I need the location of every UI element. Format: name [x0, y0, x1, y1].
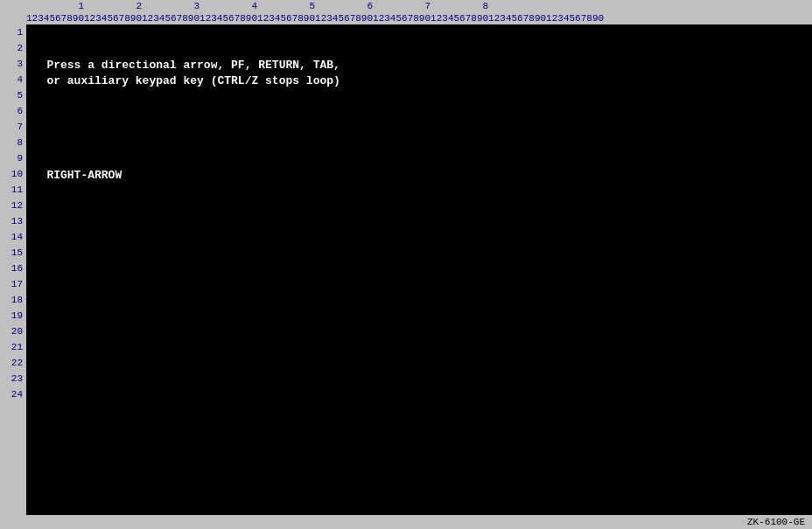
line-number: 19 [4, 308, 23, 324]
ruler-line1: 1 2 3 4 5 6 7 8 [26, 0, 812, 12]
line-numbers: 123456789101112131415161718192021222324 [0, 24, 26, 515]
terminal-line: RIGHT-ARROW [26, 168, 812, 184]
main-layout: 123456789101112131415161718192021222324 … [0, 24, 812, 515]
terminal-line [26, 184, 812, 199]
line-number: 8 [4, 135, 23, 150]
terminal-line [26, 105, 812, 121]
line-number: 13 [4, 213, 23, 229]
line-number: 24 [4, 386, 23, 402]
line-number: 2 [4, 40, 23, 56]
terminal-line [26, 215, 812, 231]
line-number: 12 [4, 198, 23, 213]
line-number: 18 [4, 292, 23, 308]
terminal-line [26, 325, 812, 341]
line-number: 11 [4, 182, 23, 198]
terminal-content: Press a directional arrow, PF, RETURN, T… [26, 24, 812, 515]
terminal-line [26, 310, 812, 325]
terminal-line [26, 89, 812, 105]
line-number: 20 [4, 324, 23, 339]
footer-area: ZK-6100-GE [0, 515, 812, 529]
terminal-line: Press a directional arrow, PF, RETURN, T… [26, 58, 812, 73]
terminal-line [26, 278, 812, 294]
line-number: 4 [4, 72, 23, 87]
line-number: 21 [4, 339, 23, 355]
line-number: 22 [4, 355, 23, 371]
footer-label: ZK-6100-GE [747, 517, 805, 527]
line-number: 15 [4, 245, 23, 261]
terminal-line [26, 388, 812, 404]
terminal-line [26, 341, 812, 357]
terminal-line [26, 121, 812, 136]
line-number: 14 [4, 229, 23, 245]
line-number: 3 [4, 56, 23, 72]
line-number: 5 [4, 87, 23, 103]
line-number: 17 [4, 276, 23, 292]
terminal-line: or auxiliary keypad key (CTRL/Z stops lo… [26, 73, 812, 89]
line-number: 9 [4, 150, 23, 166]
terminal-line [26, 294, 812, 310]
line-number: 6 [4, 103, 23, 119]
terminal-line [26, 42, 812, 58]
terminal-line [26, 262, 812, 278]
terminal-line [26, 357, 812, 372]
terminal-line [26, 136, 812, 152]
terminal-line [26, 26, 812, 42]
terminal-line [26, 152, 812, 168]
ruler-line2: 1234567890123456789012345678901234567890… [26, 12, 812, 24]
line-number: 16 [4, 261, 23, 276]
terminal-line [26, 372, 812, 388]
line-number: 10 [4, 166, 23, 182]
terminal-area: Press a directional arrow, PF, RETURN, T… [26, 24, 812, 515]
terminal-line [26, 247, 812, 262]
ruler-container: 1 2 3 4 5 6 7 8 123456789012345678901234… [0, 0, 812, 24]
terminal-line [26, 231, 812, 247]
line-number: 1 [4, 24, 23, 40]
line-number: 23 [4, 371, 23, 386]
line-number: 7 [4, 119, 23, 135]
terminal-line [26, 199, 812, 215]
